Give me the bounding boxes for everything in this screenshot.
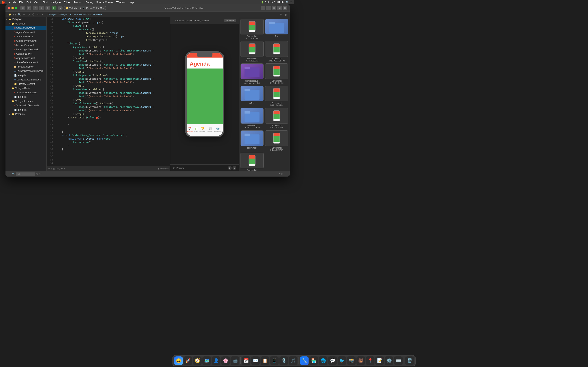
screenshot-item-7[interactable]: Screenshot2019-12...3.40 PM [241, 153, 264, 171]
tree-item-appdelegate[interactable]: S AppDelegate.swift [6, 56, 46, 60]
tree-item-nieuwsview[interactable]: S NieuwsView.swift [6, 43, 46, 47]
menu-view[interactable]: View [34, 1, 39, 4]
screenshot-label-mapsearch: MapSearch2019-12...0-03-53 [244, 125, 260, 129]
breakpoint-nav-btn[interactable]: ⊙ [36, 13, 40, 17]
phone-tab-stand[interactable]: 📊 Stand [194, 127, 198, 132]
tree-item-xcdatamodel[interactable]: ⊙ Volleybal.xcdatamodeld [6, 77, 46, 82]
screenshot-item-5[interactable]: Screenshot0-12...7.35 PM [265, 108, 288, 129]
cursor-icon: ◇ [48, 167, 50, 170]
tree-group-volleybaltests[interactable]: ▾ 📁 VolleybalTests [6, 86, 46, 91]
symbol-nav-btn[interactable]: { } [13, 13, 17, 17]
menu-edit[interactable]: Edit [26, 1, 31, 4]
phone-tab-instellingen[interactable]: ⚙️ Instellingen [214, 127, 222, 132]
scheme-selector[interactable]: 📁 Volleybal › > 📱 iPhone 11 Pro Max [64, 6, 106, 10]
breadcrumb-contentview[interactable]: ContentView.swift [70, 13, 87, 16]
screenshot-item-4[interactable]: Screenshot0-12...6.45 PM [265, 86, 288, 107]
search-icon[interactable]: 🔍 [286, 1, 289, 4]
add-editor-btn[interactable]: + [261, 6, 265, 10]
tree-item-agendaview[interactable]: S AgendaView.swift [6, 30, 46, 34]
code-line-13: var body: some View { [56, 17, 169, 21]
add-file-btn[interactable]: + [7, 172, 11, 175]
menu-xcode[interactable]: Xcode [9, 1, 16, 4]
screenshot-item-1[interactable]: Screenshot0-12...6.29 AM [241, 41, 264, 62]
folder-nav-btn[interactable]: 📁 [8, 13, 12, 17]
tree-item-volleybaluitests-swift[interactable]: S VolleybalUITests.swift [6, 103, 46, 108]
breadcrumb-volleybal[interactable]: Volleybal [59, 13, 68, 16]
screenshot-item-0[interactable]: Screenshot0-12...6.26 AM [241, 19, 264, 40]
menu-editor[interactable]: Editor [64, 1, 70, 4]
warning-nav-btn[interactable]: ⚠ [22, 13, 26, 17]
tree-group-volleybal[interactable]: ▾ 📁 Volleybal [6, 17, 46, 22]
screenshot-item-6[interactable]: Screenshot0-12...4.20 AM [265, 130, 288, 151]
tree-item-preview-content[interactable]: ▸ 📁 Preview Content [6, 82, 46, 86]
preview-settings-btn[interactable]: ⚙ [233, 166, 236, 170]
tree-group-volleybal-sub[interactable]: ▾ 📁 Volleybal [6, 22, 46, 26]
screenshot-item-colorcheck[interactable]: colorCheck [241, 130, 264, 151]
debug-nav-btn[interactable]: ⬡ [31, 13, 35, 17]
menu-source-control[interactable]: Source Control [96, 1, 113, 4]
tree-item-instellingen[interactable]: S InstellingenView.swift [6, 47, 46, 52]
menu-find[interactable]: Find [43, 1, 47, 4]
code-line-30: Image(systemName: Constants.TabBarImageN… [56, 63, 169, 67]
layout-triple[interactable]: ⊞ [283, 6, 287, 10]
code-editor[interactable]: 1314151617 1819202122 2324252627 2829303… [47, 17, 170, 166]
return-btn[interactable]: ↩ [266, 6, 271, 10]
inspector-toggle-right2[interactable]: ◧ [283, 13, 287, 17]
tree-item-contentview[interactable]: S ContentView.swift [6, 26, 46, 30]
screenshot-item-mapsearch[interactable]: MapSearch2019-12...0-03-53 [241, 108, 264, 129]
menu-file[interactable]: File [19, 1, 23, 4]
layout-split[interactable]: ▣ [277, 6, 282, 10]
apple-menu[interactable]: 🍎 [1, 0, 5, 4]
tree-group-volleybaluitests[interactable]: ▾ 📁 VolleybalUITests [6, 99, 46, 103]
screenshot-item-rxswift[interactable]: rxswift-reactive-program...wift-3nd [241, 63, 264, 84]
phone-tab-agenda[interactable]: 📅 Agenda [187, 127, 193, 132]
resume-button[interactable]: Resume [225, 19, 236, 22]
screenshot-item-test[interactable]: Test [265, 19, 288, 40]
phone-agenda-title: Agenda [187, 58, 223, 68]
screenshot-item-2[interactable]: Screenshot2020-01...1.08 PM [265, 41, 288, 62]
menu-debug[interactable]: Debug [86, 1, 93, 4]
minimize-button[interactable] [11, 7, 14, 9]
outline-btn[interactable]: ≡ [33, 6, 38, 10]
zoom-minus-btn[interactable]: − [273, 172, 278, 175]
close-button[interactable] [8, 7, 10, 9]
menu-help[interactable]: Help [129, 1, 134, 4]
tree-group-products[interactable]: ▸ 📁 Products [6, 112, 46, 116]
zoom-plus-btn[interactable]: + [284, 172, 288, 175]
tree-item-volleybaluitests-plist[interactable]: 📄 Info.plist [6, 108, 46, 112]
navigator-btn[interactable]: ◫ [27, 6, 31, 10]
run-button[interactable]: ▶ [52, 6, 56, 10]
filter-btn[interactable]: ⊡ [39, 6, 44, 10]
notifications-icon[interactable]: ☰ [290, 1, 293, 4]
phone-tab-nieuws[interactable]: 📰 Nieuws [207, 127, 212, 132]
tree-item-infoplist[interactable]: 📄 Info.plist [6, 73, 46, 77]
screenshot-item-rxtest[interactable]: rxTest [241, 86, 264, 107]
tree-item-scenedelegate[interactable]: S SceneDelegate.swift [6, 60, 46, 65]
tree-item-volleybaltests-plist[interactable]: 📄 Info.plist [6, 95, 46, 99]
sidebar-toggle[interactable]: ⊞ [20, 6, 25, 10]
screenshot-item-3[interactable]: Screenshot0-12...37.15 AM [265, 63, 288, 84]
tree-item-constants[interactable]: S Constants.swift [6, 52, 46, 56]
stop-button[interactable]: ■ [58, 7, 62, 10]
breadcrumb-volleybal-root[interactable]: Volleybal [48, 13, 57, 16]
maximize-button[interactable] [15, 7, 17, 9]
test-nav-btn[interactable]: ◇ [27, 13, 31, 17]
preview-play-btn[interactable]: ▶ [228, 166, 232, 170]
inspector-toggle-right[interactable]: ⊡ [279, 13, 283, 17]
find-nav-btn[interactable]: 🔍 [17, 13, 21, 17]
hierarchy-btn[interactable]: ⊙ [45, 6, 50, 10]
menu-window[interactable]: Window [116, 1, 125, 4]
tree-item-assets[interactable]: ◼ Assets.xcassets [6, 65, 46, 69]
tree-item-launchscreen[interactable]: ◈ LaunchScreen.storyboard [6, 69, 46, 73]
menu-product[interactable]: Product [74, 1, 83, 4]
layout-single[interactable]: □ [272, 6, 276, 10]
phone-tab-uitslagen[interactable]: 🏆 Uitslagen [199, 127, 206, 132]
breadcrumb-no-selection[interactable]: No Selection [90, 13, 102, 16]
filter-input[interactable] [16, 172, 35, 175]
tree-item-volleybaltests-swift[interactable]: S VolleybalTests.swift [6, 91, 46, 95]
menu-navigate[interactable]: Navigate [51, 1, 61, 4]
report-nav-btn[interactable]: ≡ [41, 13, 45, 17]
tree-item-standview[interactable]: S StandView.swift [6, 34, 46, 39]
code-content[interactable]: var body: some View { ZStack(alignment: … [54, 17, 170, 166]
tree-item-uitslagenview[interactable]: S UitslagenView.swift [6, 39, 46, 43]
